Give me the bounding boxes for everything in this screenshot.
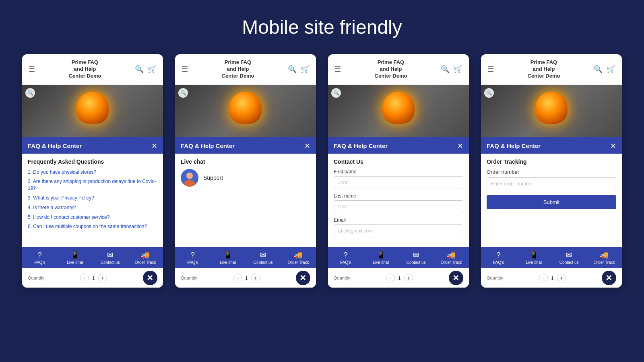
tab-ordertrack-2[interactable]: 🚚 Order Track — [281, 247, 316, 268]
firstname-group: First name — [334, 169, 463, 189]
tab-contact-2[interactable]: ✉ Contact us — [246, 247, 281, 268]
faqs-label-2: FAQ's — [187, 260, 198, 265]
cart-remove-2[interactable]: ✕ — [296, 271, 310, 285]
tab-livechat-4[interactable]: 📱 Live chat — [516, 247, 552, 268]
search-icon-3[interactable]: 🔍 — [441, 65, 450, 74]
phone-header-2: ☰ Prime FAQand HelpCenter Demo 🔍 🛒 — [175, 54, 316, 85]
agent-avatar — [181, 169, 198, 187]
svg-point-1 — [186, 173, 193, 179]
qty-plus-2[interactable]: + — [251, 274, 260, 282]
cart-remove-3[interactable]: ✕ — [449, 271, 463, 285]
hamburger-icon-1[interactable]: ☰ — [29, 65, 35, 74]
qty-minus-2[interactable]: − — [233, 274, 242, 282]
lastname-group: Last name — [334, 193, 463, 213]
modal-header-4: FAQ & Help Center ✕ — [481, 138, 622, 154]
qty-plus-4[interactable]: + — [557, 274, 566, 282]
faqs-icon-4: ? — [497, 251, 501, 259]
tab-contact-3[interactable]: ✉ Contact us — [398, 247, 434, 268]
tab-livechat-2[interactable]: 📱 Live chat — [211, 247, 246, 268]
tab-ordertrack-4[interactable]: 🚚 Order Track — [587, 247, 622, 268]
faq-item-4[interactable]: 4. Is there a warranty? — [28, 204, 157, 211]
cart-remove-4[interactable]: ✕ — [602, 271, 616, 285]
faq-item-3[interactable]: 3. What is your Privacy Policy? — [28, 195, 157, 202]
faq-item-2[interactable]: 2. Are there any shipping or production … — [28, 178, 157, 192]
modal-header-2: FAQ & Help Center ✕ — [175, 138, 316, 154]
tab-faqs-4[interactable]: ? FAQ's — [481, 247, 516, 268]
tab-faqs-1[interactable]: ? FAQ's — [22, 247, 58, 268]
tab-faqs-3[interactable]: ? FAQ's — [328, 247, 363, 268]
site-title-3: Prime FAQand HelpCenter Demo — [375, 59, 407, 80]
hamburger-icon-3[interactable]: ☰ — [334, 65, 341, 74]
phone-livechat: ☰ Prime FAQand HelpCenter Demo 🔍 🛒 🔍 FAQ… — [175, 54, 316, 288]
close-button-1[interactable]: ✕ — [151, 142, 157, 150]
tab-ordertrack-3[interactable]: 🚚 Order Track — [434, 247, 469, 268]
search-icon-2[interactable]: 🔍 — [288, 65, 297, 74]
order-number-group: Order number — [487, 169, 616, 190]
header-icons-2: 🔍 🛒 — [288, 65, 310, 74]
hamburger-icon-4[interactable]: ☰ — [487, 65, 494, 74]
bottom-bar-4: ? FAQ's 📱 Live chat ✉ Contact us 🚚 Order… — [481, 247, 622, 268]
close-button-4[interactable]: ✕ — [610, 142, 616, 150]
lastname-input[interactable] — [334, 200, 463, 213]
faqs-icon-1: ? — [38, 251, 42, 259]
search-icon-1[interactable]: 🔍 — [135, 65, 144, 74]
contact-label-3: Contact us — [407, 260, 426, 265]
modal-body-1: Frequently Asked Questions 1. Do you hav… — [22, 154, 163, 247]
close-button-2[interactable]: ✕ — [304, 142, 310, 150]
faq-item-6[interactable]: 6. Can I use multiple coupons on the sam… — [28, 223, 157, 230]
search-icon-4[interactable]: 🔍 — [594, 65, 603, 74]
header-icons-1: 🔍 🛒 — [135, 65, 157, 74]
lastname-label: Last name — [334, 193, 463, 199]
cart-icon-4[interactable]: 🛒 — [607, 65, 615, 74]
tab-faqs-2[interactable]: ? FAQ's — [175, 247, 211, 268]
close-button-3[interactable]: ✕ — [457, 142, 463, 150]
qty-minus-3[interactable]: − — [386, 274, 395, 282]
tab-livechat-1[interactable]: 📱 Live chat — [58, 247, 93, 268]
qty-plus-1[interactable]: + — [98, 274, 107, 282]
zoom-icon-4[interactable]: 🔍 — [484, 88, 494, 98]
zoom-icon-3[interactable]: 🔍 — [331, 88, 341, 98]
email-input[interactable] — [334, 224, 463, 237]
email-group: Email — [334, 217, 463, 237]
firstname-input[interactable] — [334, 176, 463, 189]
tab-livechat-3[interactable]: 📱 Live chat — [363, 247, 399, 268]
tab-contact-1[interactable]: ✉ Contact us — [93, 247, 128, 268]
phone-header-4: ☰ Prime FAQand HelpCenter Demo 🔍 🛒 — [481, 54, 622, 85]
faq-item-5[interactable]: 5. How do I contact customer service? — [28, 214, 157, 221]
order-number-input[interactable] — [487, 177, 616, 190]
qty-minus-1[interactable]: − — [80, 274, 89, 282]
cart-icon-1[interactable]: 🛒 — [148, 65, 157, 74]
quantity-controls-3: − 1 + — [386, 274, 413, 282]
faqs-icon-3: ? — [344, 251, 348, 259]
modal-body-3: Contact Us First name Last name Email — [328, 154, 469, 247]
faq-item-1[interactable]: 1. Do you have physical stores? — [28, 169, 157, 176]
ordertrack-label-1: Order Track — [135, 260, 156, 265]
livechat-icon-1: 📱 — [70, 251, 79, 259]
product-image-2: 🔍 — [175, 85, 316, 137]
header-icons-4: 🔍 🛒 — [594, 65, 615, 74]
contact-icon-3: ✉ — [413, 251, 419, 259]
zoom-icon-1[interactable]: 🔍 — [25, 88, 35, 98]
ordertrack-icon-2: 🚚 — [294, 251, 303, 259]
modal-header-3: FAQ & Help Center ✕ — [328, 138, 469, 154]
hamburger-icon-2[interactable]: ☰ — [182, 65, 188, 74]
faq-section-title: Frequently Asked Questions — [28, 158, 157, 165]
qty-minus-4[interactable]: − — [539, 274, 548, 282]
tab-contact-4[interactable]: ✉ Contact us — [551, 247, 587, 268]
cart-icon-3[interactable]: 🛒 — [454, 65, 462, 74]
qty-plus-3[interactable]: + — [404, 274, 413, 282]
phone-faq: ☰ Prime FAQand HelpCenter Demo 🔍 🛒 🔍 FAQ… — [22, 54, 163, 288]
submit-button[interactable]: Submit — [487, 195, 616, 209]
cart-remove-1[interactable]: ✕ — [143, 271, 157, 285]
qty-value-2: 1 — [245, 275, 248, 281]
bottom-bar-1: ? FAQ's 📱 Live chat ✉ Contact us 🚚 Order… — [22, 247, 163, 268]
faqs-label-1: FAQ's — [34, 260, 45, 265]
modal-body-4: Order Tracking Order number Submit — [481, 154, 622, 247]
cart-icon-2[interactable]: 🛒 — [301, 65, 310, 74]
agent-name: Support — [203, 175, 223, 181]
site-title-1: Prime FAQand HelpCenter Demo — [69, 59, 101, 80]
ordertrack-icon-1: 🚚 — [141, 251, 150, 259]
zoom-icon-2[interactable]: 🔍 — [178, 88, 188, 98]
tab-ordertrack-1[interactable]: 🚚 Order Track — [128, 247, 163, 268]
qty-value-1: 1 — [92, 275, 95, 281]
